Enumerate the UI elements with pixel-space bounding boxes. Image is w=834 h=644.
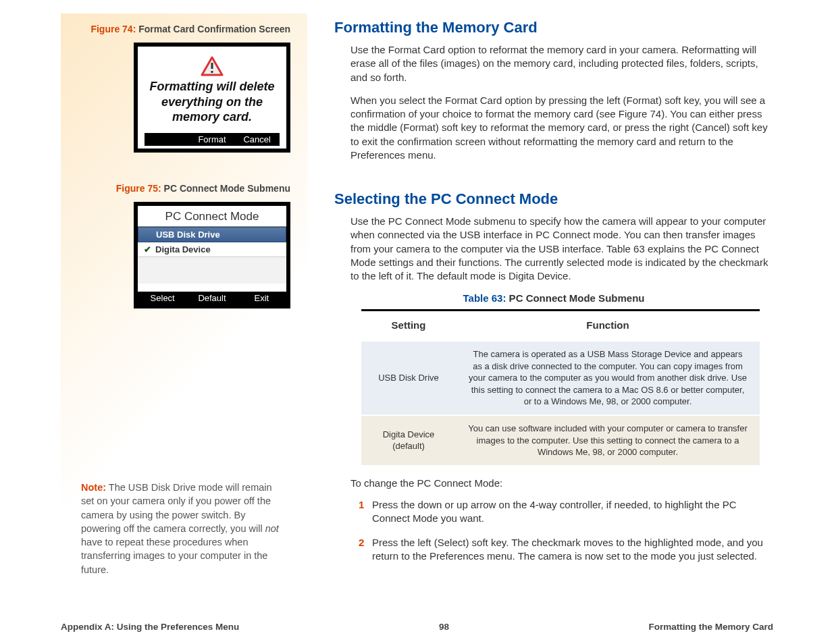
section-gap (334, 171, 773, 190)
figure-74-message: Formatting will delete everything on the… (145, 79, 280, 125)
pc-connect-mode-title: PC Connect Mode (138, 206, 286, 227)
note-text-b: have to repeat these procedures when tra… (81, 537, 267, 575)
page-footer: Appendix A: Using the Preferences Menu 9… (61, 622, 773, 632)
figure-75-number: Figure 75: (116, 183, 161, 194)
figure-75-softkey-bar: Select Default Exit (138, 290, 286, 304)
step-number: 1 (359, 498, 372, 526)
footer-right: Formatting the Memory Card (648, 622, 773, 632)
softkey-default: Default (187, 293, 236, 303)
step-item: 1 Press the down or up arrow on the 4-wa… (359, 498, 773, 526)
figure-74-caption: Figure 74: Format Card Confirmation Scre… (81, 24, 290, 34)
footer-page-number: 98 (439, 622, 449, 632)
heading-pc-connect-mode: Selecting the PC Connect Mode (334, 190, 773, 208)
softkey-left-blank (145, 134, 190, 144)
softkey-select: Select (138, 293, 187, 303)
menu-row-digita-device: ✔ Digita Device (138, 242, 286, 257)
figure-75-caption: Figure 75: PC Connect Mode Submenu (81, 183, 290, 194)
figure-74-block: Figure 74: Format Card Confirmation Scre… (81, 24, 290, 153)
cell-function-digita: You can use software included with your … (456, 415, 760, 465)
cell-function-usb: The camera is operated as a USB Mass Sto… (456, 341, 760, 415)
step-item: 2 Press the left (Select) soft key. The … (359, 536, 773, 564)
pc-connect-mode-table: Setting Function USB Disk Drive The came… (361, 309, 760, 464)
para-format-intro: Use the Format Card option to reformat t… (350, 43, 773, 84)
figure-75-title: PC Connect Mode Submenu (161, 183, 290, 194)
table-63-number: Table 63: (463, 292, 506, 304)
figure-75-lcd-inner: PC Connect Mode USB Disk Drive ✔ Digita … (138, 206, 286, 304)
table-63-title: PC Connect Mode Submenu (506, 292, 644, 304)
para-format-confirmation: When you select the Format Card option b… (350, 94, 773, 162)
table-header-setting: Setting (361, 311, 456, 342)
steps-list: 1 Press the down or up arrow on the 4-wa… (359, 498, 773, 564)
cell-setting-usb: USB Disk Drive (361, 341, 456, 415)
figure-75-lcd: PC Connect Mode USB Disk Drive ✔ Digita … (134, 202, 290, 308)
figure-74-number: Figure 74: (90, 24, 136, 34)
figure-74-lcd: Formatting will delete everything on the… (134, 43, 290, 153)
cell-setting-digita: Digita Device (default) (361, 415, 456, 465)
menu-row-digita-label: Digita Device (155, 244, 211, 254)
step-number: 2 (359, 536, 372, 564)
footer-left: Appendix A: Using the Preferences Menu (61, 622, 239, 632)
svg-point-2 (211, 71, 213, 74)
step-text: Press the left (Select) soft key. The ch… (372, 536, 773, 564)
sidebar-note: Note: The USB Disk Drive mode will remai… (81, 481, 290, 597)
note-label: Note: (81, 482, 106, 493)
note-em-not: not (265, 523, 279, 534)
checkmark-icon: ✔ (139, 244, 155, 254)
menu-row-usb-label: USB Disk Drive (156, 230, 220, 240)
figure-74-title: Format Card Confirmation Screen (136, 24, 290, 34)
note-text-a: The USB Disk Drive mode will remain set … (81, 482, 272, 534)
figure-74-softkey-bar: Format Cancel (145, 132, 280, 146)
manual-page: Figure 74: Format Card Confirmation Scre… (0, 0, 834, 644)
table-row: USB Disk Drive The camera is operated as… (361, 341, 760, 415)
softkey-format: Format (190, 134, 235, 144)
table-header-function: Function (456, 311, 760, 342)
menu-empty-area (138, 257, 286, 284)
figure-75-block: Figure 75: PC Connect Mode Submenu PC Co… (81, 183, 290, 308)
table-row: Digita Device (default) You can use soft… (361, 415, 760, 465)
sidebar-column: Figure 74: Format Card Confirmation Scre… (61, 14, 307, 610)
figure-74-lcd-inner: Formatting will delete everything on the… (138, 47, 286, 149)
step-text: Press the down or up arrow on the 4-way … (372, 498, 773, 526)
para-pc-connect-intro: Use the PC Connect Mode submenu to speci… (350, 215, 773, 283)
main-column: Formatting the Memory Card Use the Forma… (307, 14, 773, 610)
change-mode-lead: To change the PC Connect Mode: (350, 477, 773, 489)
table-63-caption: Table 63: PC Connect Mode Submenu (334, 292, 773, 304)
menu-row-usb-disk-drive: USB Disk Drive (138, 227, 286, 242)
softkey-cancel: Cancel (234, 134, 280, 144)
table-header-row: Setting Function (361, 311, 760, 342)
softkey-exit: Exit (237, 293, 286, 303)
warning-triangle-icon (145, 56, 280, 76)
heading-formatting-memory-card: Formatting the Memory Card (334, 19, 773, 36)
